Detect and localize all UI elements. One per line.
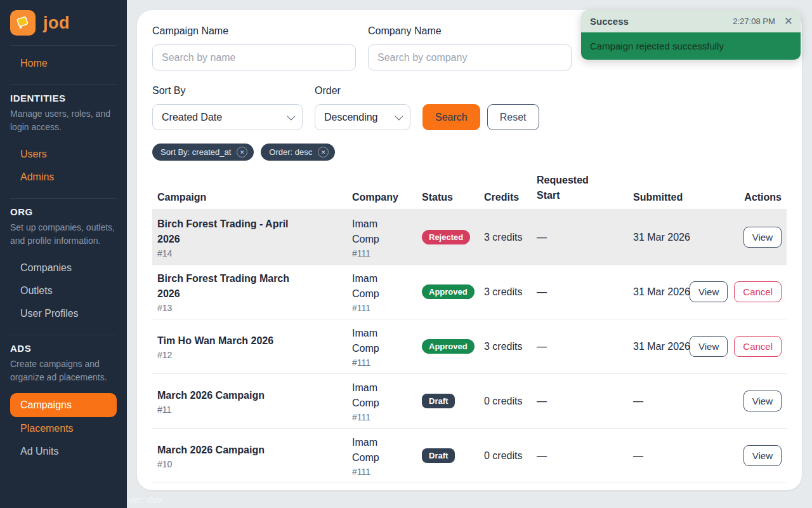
- company-id: #111: [352, 303, 412, 313]
- campaign-id: #14: [157, 248, 342, 258]
- company-id: #111: [352, 248, 412, 258]
- filter-chip-order[interactable]: Order: desc ✕: [261, 144, 335, 161]
- campaign-cell: Birch Forest Trading March 2026 #13: [152, 266, 347, 318]
- circle-x-icon[interactable]: ✕: [318, 147, 329, 157]
- company-name: Imam Comp: [352, 271, 384, 302]
- campaign-title: Birch Forest Trading - April 2026: [157, 217, 311, 247]
- circle-x-icon[interactable]: ✕: [237, 147, 247, 157]
- sort-by-label: Sort By: [152, 85, 303, 97]
- filter-chip-label: Order: desc: [269, 147, 312, 157]
- chevron-down-icon: [287, 112, 296, 121]
- sidebar-item-ad-units[interactable]: Ad Units: [10, 440, 117, 463]
- divider: [10, 335, 117, 335]
- actions-cell: View: [734, 440, 787, 471]
- toast-timestamp: 2:27:08 PM: [733, 17, 775, 26]
- campaign-name-label: Campaign Name: [152, 25, 356, 37]
- company-name: Imam Comp: [352, 435, 384, 465]
- col-status: Status: [417, 192, 479, 203]
- filter-chip-sort[interactable]: Sort By: created_at ✕: [152, 144, 254, 161]
- requested-start-cell: —: [532, 445, 628, 467]
- order-field: Order Descending: [315, 85, 410, 130]
- table-header: Campaign Company Status Credits Requeste…: [152, 173, 787, 210]
- divider: [10, 84, 117, 85]
- campaign-title: Birch Forest Trading March 2026: [157, 271, 311, 302]
- campaigns-table: Campaign Company Status Credits Requeste…: [152, 173, 787, 483]
- order-value: Descending: [324, 112, 378, 123]
- submitted-cell: —: [628, 445, 734, 467]
- view-button[interactable]: View: [743, 391, 782, 411]
- cancel-button[interactable]: Cancel: [734, 336, 782, 357]
- col-actions: Actions: [734, 192, 787, 203]
- sidebar-item-outlets[interactable]: Outlets: [10, 279, 117, 302]
- active-filter-chips: Sort By: created_at ✕ Order: desc ✕: [152, 144, 787, 161]
- col-credits: Credits: [479, 192, 532, 203]
- toast-header: Success 2:27:08 PM ✕: [581, 10, 801, 32]
- success-toast: Success 2:27:08 PM ✕ Campaign rejected s…: [581, 10, 801, 60]
- campaign-name-input[interactable]: [152, 44, 356, 70]
- company-id: #111: [352, 412, 412, 422]
- actions-cell: View Cancel: [734, 276, 787, 307]
- status-cell: Draft: [417, 443, 479, 468]
- campaign-cell: Tim Ho Wan March 2026 #12: [152, 328, 347, 365]
- status-badge: Draft: [422, 448, 455, 463]
- table-row: Birch Forest Trading - April 2026 #14 Im…: [152, 210, 787, 265]
- view-button[interactable]: View: [743, 445, 782, 466]
- sidebar-item-placements[interactable]: Placements: [10, 417, 117, 440]
- view-button[interactable]: View: [690, 281, 728, 302]
- search-button[interactable]: Search: [422, 104, 480, 130]
- credits-cell: 3 credits: [479, 336, 532, 358]
- divider: [10, 198, 117, 199]
- reset-button[interactable]: Reset: [487, 104, 539, 130]
- sidebar-item-home[interactable]: Home: [10, 52, 117, 75]
- sort-by-field: Sort By Created Date: [152, 85, 303, 130]
- section-desc-ads: Create campaigns and organize ad placeme…: [10, 358, 117, 384]
- section-heading-org: ORG: [10, 206, 117, 217]
- company-name-label: Company Name: [368, 25, 572, 37]
- company-name-field: Company Name: [368, 25, 572, 70]
- campaign-id: #12: [157, 350, 342, 360]
- company-cell: Imam Comp #111: [347, 266, 417, 318]
- company-cell: Imam Comp #111: [347, 375, 417, 427]
- order-select[interactable]: Descending: [315, 104, 410, 130]
- campaign-id: #10: [157, 459, 342, 469]
- table-row: March 2026 Campaign #11 Imam Comp #111 D…: [152, 374, 787, 429]
- sidebar: jod Home IDENTITIES Manage users, roles,…: [0, 0, 127, 508]
- campaign-cell: March 2026 Campaign #10: [152, 438, 347, 474]
- sidebar-item-companies[interactable]: Companies: [10, 257, 117, 279]
- status-cell: Approved: [417, 334, 479, 359]
- table-row: March 2026 Campaign #10 Imam Comp #111 D…: [152, 429, 787, 483]
- sidebar-item-admins[interactable]: Admins: [10, 166, 117, 189]
- version-watermark: ver: dev: [128, 494, 162, 505]
- view-button[interactable]: View: [690, 336, 728, 357]
- actions-cell: View: [734, 222, 787, 253]
- submitted-cell: 31 Mar 2026: [628, 227, 734, 248]
- status-cell: Approved: [417, 279, 479, 304]
- submitted-cell: —: [628, 391, 734, 412]
- actions-cell: View Cancel: [734, 331, 787, 362]
- app-logo[interactable]: jod: [10, 10, 117, 36]
- campaign-title: Tim Ho Wan March 2026: [157, 333, 311, 349]
- company-name-input[interactable]: [368, 44, 572, 70]
- sidebar-item-users[interactable]: Users: [10, 143, 117, 166]
- col-requested-start: Requested Start: [532, 173, 628, 203]
- view-button[interactable]: View: [743, 227, 782, 248]
- sort-by-select[interactable]: Created Date: [152, 104, 303, 130]
- filter-chip-label: Sort By: created_at: [160, 147, 231, 157]
- close-icon[interactable]: ✕: [784, 16, 793, 27]
- company-name: Imam Comp: [352, 217, 384, 247]
- credits-cell: 3 credits: [479, 227, 532, 248]
- sort-by-value: Created Date: [162, 112, 222, 123]
- credits-cell: 0 credits: [479, 445, 532, 467]
- campaign-name-field: Campaign Name: [152, 25, 356, 70]
- sidebar-item-campaigns[interactable]: Campaigns: [10, 393, 117, 417]
- cancel-button[interactable]: Cancel: [734, 281, 782, 302]
- campaign-id: #13: [157, 303, 342, 313]
- filters-row-2: Sort By Created Date Order Descending Se…: [152, 85, 787, 130]
- order-label: Order: [315, 85, 410, 97]
- campaigns-panel: Campaign Name Company Name Sort By Creat…: [137, 10, 802, 490]
- sidebar-item-user-profiles[interactable]: User Profiles: [10, 302, 117, 325]
- status-badge: Approved: [422, 339, 475, 354]
- company-id: #111: [352, 467, 412, 477]
- col-campaign: Campaign: [152, 192, 347, 203]
- status-cell: Draft: [417, 389, 479, 413]
